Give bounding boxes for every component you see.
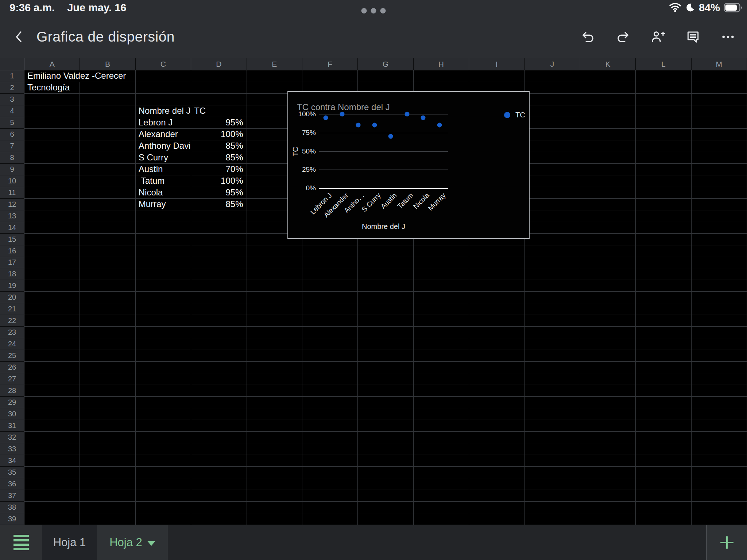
cell-E21[interactable] bbox=[247, 303, 302, 315]
cell-M29[interactable] bbox=[692, 397, 747, 408]
cell-A22[interactable] bbox=[24, 315, 80, 327]
cell-A2[interactable]: Tecnología bbox=[24, 82, 80, 94]
cell-M11[interactable] bbox=[692, 187, 747, 199]
cell-B4[interactable] bbox=[80, 105, 135, 117]
cell-L26[interactable] bbox=[636, 362, 691, 373]
cell-B32[interactable] bbox=[80, 432, 135, 443]
cell-I22[interactable] bbox=[469, 315, 525, 327]
cell-K34[interactable] bbox=[580, 455, 636, 467]
cell-C23[interactable] bbox=[136, 327, 191, 338]
multitask-indicator[interactable] bbox=[361, 8, 386, 13]
cell-I30[interactable] bbox=[469, 408, 525, 420]
cell-B27[interactable] bbox=[80, 373, 135, 385]
cell-A12[interactable] bbox=[24, 199, 80, 210]
cell-H28[interactable] bbox=[414, 385, 469, 397]
cell-A21[interactable] bbox=[24, 303, 80, 315]
row-header-25[interactable]: 25 bbox=[0, 350, 24, 362]
cell-G26[interactable] bbox=[358, 362, 413, 373]
cell-D12[interactable]: 85% bbox=[191, 199, 247, 210]
cell-K14[interactable] bbox=[580, 222, 636, 234]
cell-K23[interactable] bbox=[580, 327, 636, 338]
cell-G29[interactable] bbox=[358, 397, 413, 408]
cell-B6[interactable] bbox=[80, 129, 135, 140]
redo-button[interactable] bbox=[615, 29, 631, 45]
cell-G24[interactable] bbox=[358, 338, 413, 350]
cell-D7[interactable]: 85% bbox=[191, 140, 247, 152]
cell-G38[interactable] bbox=[358, 502, 413, 513]
cell-J6[interactable] bbox=[525, 129, 580, 140]
cell-C12[interactable]: Murray bbox=[136, 199, 191, 210]
cell-D6[interactable]: 100% bbox=[191, 129, 247, 140]
cell-M12[interactable] bbox=[692, 199, 747, 210]
cell-G22[interactable] bbox=[358, 315, 413, 327]
row-header-12[interactable]: 12 bbox=[0, 199, 24, 210]
cell-B10[interactable] bbox=[80, 175, 135, 187]
cell-K12[interactable] bbox=[580, 199, 636, 210]
cell-C24[interactable] bbox=[136, 338, 191, 350]
row-header-21[interactable]: 21 bbox=[0, 303, 24, 315]
cell-C1[interactable] bbox=[136, 70, 191, 82]
cell-D36[interactable] bbox=[191, 478, 247, 490]
cell-M6[interactable] bbox=[692, 129, 747, 140]
cell-M4[interactable] bbox=[692, 105, 747, 117]
cell-I37[interactable] bbox=[469, 490, 525, 502]
cell-K20[interactable] bbox=[580, 292, 636, 303]
row-header-9[interactable]: 9 bbox=[0, 164, 24, 175]
cell-M22[interactable] bbox=[692, 315, 747, 327]
cell-L14[interactable] bbox=[636, 222, 691, 234]
cell-L19[interactable] bbox=[636, 280, 691, 292]
cell-H32[interactable] bbox=[414, 432, 469, 443]
cell-F26[interactable] bbox=[302, 362, 358, 373]
cell-K29[interactable] bbox=[580, 397, 636, 408]
cell-F1[interactable] bbox=[302, 70, 358, 82]
cell-E33[interactable] bbox=[247, 443, 302, 455]
col-header-B[interactable]: B bbox=[80, 58, 135, 70]
cell-M37[interactable] bbox=[692, 490, 747, 502]
cell-E1[interactable] bbox=[247, 70, 302, 82]
cell-K1[interactable] bbox=[580, 70, 636, 82]
col-header-C[interactable]: C bbox=[136, 58, 191, 70]
cell-A16[interactable] bbox=[24, 245, 80, 257]
cell-C33[interactable] bbox=[136, 443, 191, 455]
cell-A19[interactable] bbox=[24, 280, 80, 292]
cell-D26[interactable] bbox=[191, 362, 247, 373]
cell-D14[interactable] bbox=[191, 222, 247, 234]
cell-B3[interactable] bbox=[80, 94, 135, 105]
cell-G27[interactable] bbox=[358, 373, 413, 385]
cell-B37[interactable] bbox=[80, 490, 135, 502]
row-header-34[interactable]: 34 bbox=[0, 455, 24, 467]
row-header-36[interactable]: 36 bbox=[0, 478, 24, 490]
cell-D11[interactable]: 95% bbox=[191, 187, 247, 199]
cell-I26[interactable] bbox=[469, 362, 525, 373]
cell-M17[interactable] bbox=[692, 257, 747, 269]
cell-J14[interactable] bbox=[525, 222, 580, 234]
cell-D3[interactable] bbox=[191, 94, 247, 105]
cell-F39[interactable] bbox=[302, 513, 358, 525]
row-header-4[interactable]: 4 bbox=[0, 105, 24, 117]
cell-B9[interactable] bbox=[80, 164, 135, 175]
cell-I33[interactable] bbox=[469, 443, 525, 455]
cell-A29[interactable] bbox=[24, 397, 80, 408]
col-header-F[interactable]: F bbox=[302, 58, 358, 70]
cell-F24[interactable] bbox=[302, 338, 358, 350]
cell-C27[interactable] bbox=[136, 373, 191, 385]
cell-I24[interactable] bbox=[469, 338, 525, 350]
cell-J17[interactable] bbox=[525, 257, 580, 269]
cell-K5[interactable] bbox=[580, 117, 636, 129]
cell-L31[interactable] bbox=[636, 420, 691, 432]
cell-M1[interactable] bbox=[692, 70, 747, 82]
row-header-20[interactable]: 20 bbox=[0, 292, 24, 303]
row-header-38[interactable]: 38 bbox=[0, 502, 24, 513]
cell-D37[interactable] bbox=[191, 490, 247, 502]
col-header-D[interactable]: D bbox=[191, 58, 247, 70]
cell-A33[interactable] bbox=[24, 443, 80, 455]
cell-D17[interactable] bbox=[191, 257, 247, 269]
cell-M38[interactable] bbox=[692, 502, 747, 513]
cell-C35[interactable] bbox=[136, 467, 191, 478]
cell-D9[interactable]: 70% bbox=[191, 164, 247, 175]
cell-K17[interactable] bbox=[580, 257, 636, 269]
row-header-2[interactable]: 2 bbox=[0, 82, 24, 94]
comments-button[interactable] bbox=[685, 29, 701, 45]
cell-B31[interactable] bbox=[80, 420, 135, 432]
cell-B18[interactable] bbox=[80, 268, 135, 280]
